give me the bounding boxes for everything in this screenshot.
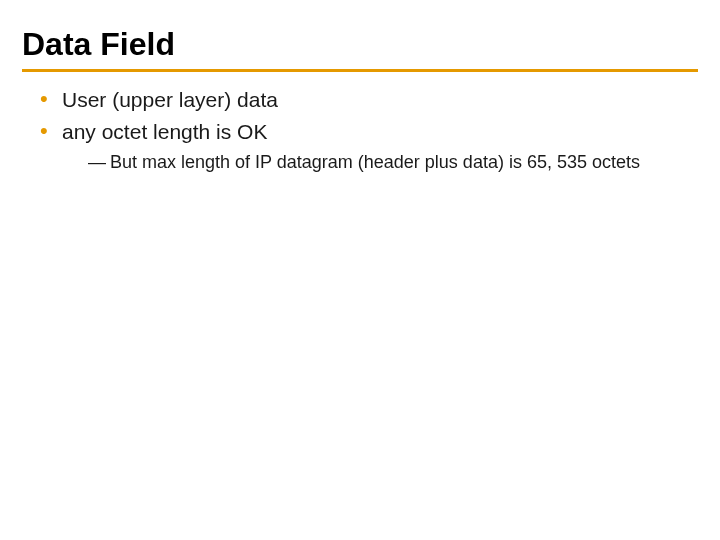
slide-title: Data Field: [22, 26, 698, 63]
sub-bullet-list: — But max length of IP datagram (header …: [62, 151, 698, 174]
sub-list-item: — But max length of IP datagram (header …: [88, 151, 698, 174]
sub-list-item-text: But max length of IP datagram (header pl…: [110, 152, 640, 172]
list-item-text: User (upper layer) data: [62, 88, 278, 111]
bullet-list: User (upper layer) data any octet length…: [22, 86, 698, 174]
list-item-text: any octet length is OK: [62, 120, 267, 143]
title-underline: [22, 69, 698, 72]
list-item: User (upper layer) data: [40, 86, 698, 114]
list-item: any octet length is OK — But max length …: [40, 118, 698, 174]
dash-icon: —: [88, 151, 106, 174]
